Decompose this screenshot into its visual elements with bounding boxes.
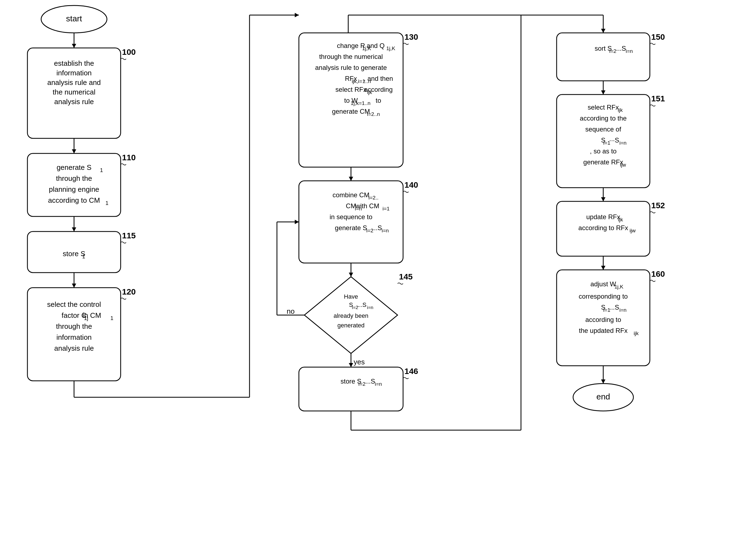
n120-text: select the control — [47, 300, 101, 309]
svg-text:analysis rule and: analysis rule and — [47, 78, 101, 86]
svg-text:i=n: i=n — [619, 140, 626, 146]
svg-text:...S: ...S — [609, 304, 619, 311]
svg-marker-116 — [601, 266, 606, 270]
label-130: 130 — [404, 32, 418, 41]
svg-text:...S: ...S — [372, 224, 382, 232]
svg-text:according to CM: according to CM — [48, 196, 100, 204]
label-152: 152 — [651, 201, 665, 210]
svg-text:according to RFx: according to RFx — [578, 224, 628, 232]
svg-text:according: according — [364, 86, 393, 93]
svg-text:information: information — [57, 333, 92, 341]
yes-label: yes — [354, 358, 365, 366]
label-160: 160 — [651, 269, 665, 278]
svg-text:...S: ...S — [616, 45, 626, 52]
svg-marker-90 — [601, 29, 606, 33]
svg-text:1: 1 — [105, 200, 108, 206]
n160-text: adjust W — [590, 280, 616, 288]
svg-rect-10 — [27, 153, 121, 216]
flowchart: start establish the information analysis… — [0, 0, 745, 560]
svg-text:ijk: ijk — [618, 107, 623, 113]
svg-text:i=2: i=2 — [358, 381, 365, 387]
svg-text:ijw: ijw — [620, 162, 626, 168]
svg-text:i=2..: i=2.. — [368, 195, 379, 201]
svg-rect-92 — [557, 33, 650, 81]
svg-text:in CM: in CM — [83, 311, 101, 319]
svg-text:corresponding to: corresponding to — [579, 292, 628, 300]
svg-text:planning engine: planning engine — [49, 185, 99, 194]
n151-text: select RFx — [588, 104, 619, 111]
svg-text:generated: generated — [337, 322, 364, 329]
svg-text:1: 1 — [100, 167, 103, 173]
svg-text:i=n: i=n — [619, 307, 626, 313]
svg-text:, so as to: , so as to — [590, 147, 616, 155]
svg-text:ijk: ijk — [618, 217, 623, 222]
svg-text:through the: through the — [56, 174, 92, 182]
n110-text: generate S — [57, 163, 91, 172]
svg-text:with CM: with CM — [355, 202, 380, 210]
start-label: start — [66, 14, 82, 23]
svg-text:i=2: i=2 — [609, 48, 616, 54]
svg-text:ijw: ijw — [629, 228, 636, 234]
svg-text:according to: according to — [585, 316, 621, 323]
svg-text:and Q: and Q — [366, 42, 384, 49]
svg-text:i=1: i=1 — [383, 206, 390, 211]
svg-text:already been: already been — [333, 312, 368, 319]
svg-text:1: 1 — [110, 315, 113, 321]
svg-marker-97 — [601, 91, 606, 95]
svg-text:the numerical: the numerical — [53, 88, 95, 96]
svg-text:to: to — [376, 97, 381, 104]
label-146: 146 — [404, 366, 418, 376]
n130-text: change R — [337, 42, 365, 49]
svg-marker-78 — [295, 220, 299, 224]
svg-text:through the: through the — [56, 322, 92, 330]
svg-text:i=n: i=n — [382, 228, 389, 234]
svg-marker-34 — [295, 13, 299, 17]
svg-marker-80 — [349, 363, 353, 367]
svg-text:ijk: ijk — [634, 330, 639, 336]
label-100: 100 — [122, 47, 136, 57]
label-110: 110 — [122, 153, 136, 162]
svg-marker-2 — [72, 44, 76, 48]
svg-marker-110 — [601, 197, 606, 201]
svg-text:generate RFx: generate RFx — [583, 159, 623, 166]
svg-text:i=n: i=n — [626, 48, 633, 54]
svg-text:sequence of: sequence of — [585, 126, 621, 133]
n100-text: establish the — [54, 59, 94, 67]
no-label: no — [287, 307, 295, 315]
label-120: 120 — [122, 287, 136, 296]
svg-text:, and then: , and then — [364, 75, 393, 82]
svg-marker-9 — [72, 149, 76, 153]
svg-text:select RFx: select RFx — [335, 86, 366, 93]
svg-marker-54 — [349, 177, 353, 181]
svg-text:...S: ...S — [357, 301, 366, 308]
label-140: 140 — [404, 180, 418, 189]
svg-text:analysis rule to generate: analysis rule to generate — [315, 64, 387, 71]
svg-text:i=n: i=n — [375, 381, 382, 387]
svg-text:in sequence to: in sequence to — [330, 213, 372, 220]
svg-marker-17 — [72, 228, 76, 232]
label-115: 115 — [122, 231, 136, 240]
svg-text:the updated RFx: the updated RFx — [579, 327, 627, 334]
svg-text:generate CM: generate CM — [332, 108, 370, 115]
svg-text:analysis rule: analysis rule — [54, 344, 94, 352]
label-150: 150 — [651, 32, 665, 41]
svg-text:according to the: according to the — [580, 114, 627, 122]
svg-text:i=n: i=n — [367, 305, 373, 310]
svg-text:through the numerical: through the numerical — [319, 53, 383, 60]
svg-text:information: information — [57, 69, 92, 77]
n152-text: update RFx — [586, 213, 620, 220]
label-145: 145 — [399, 272, 413, 281]
svg-marker-21 — [72, 284, 76, 288]
svg-marker-128 — [601, 380, 606, 384]
svg-text:1: 1 — [82, 253, 85, 259]
n145-text: Have — [344, 293, 358, 300]
svg-text:1j,K: 1j,K — [614, 284, 623, 289]
svg-text:···S: ···S — [609, 136, 619, 144]
svg-rect-81 — [299, 367, 403, 411]
svg-text:1j,k=1..n: 1j,k=1..n — [351, 100, 370, 106]
svg-text:1j,K: 1j,K — [386, 45, 395, 51]
n140-text: combine CM — [333, 191, 369, 199]
label-151: 151 — [651, 94, 665, 103]
svg-text:generate S: generate S — [335, 224, 367, 232]
svg-text:i=2..n: i=2..n — [367, 111, 380, 117]
